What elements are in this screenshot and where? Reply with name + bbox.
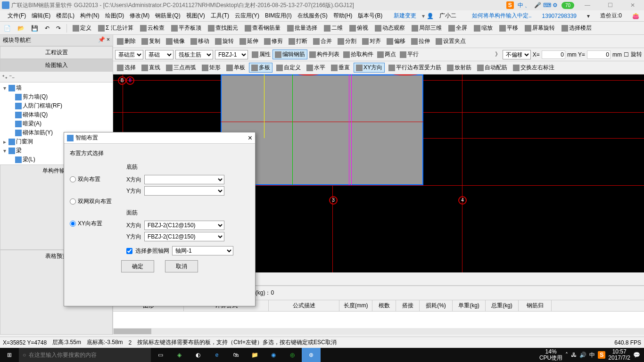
user-name[interactable]: 广小二 — [437, 12, 459, 20]
folder-icon[interactable]: 📁 — [245, 348, 264, 362]
close-button[interactable]: ✕ — [623, 2, 642, 8]
draw-button[interactable]: 三点画弧 — [164, 63, 198, 73]
dialog-close[interactable]: × — [248, 134, 252, 142]
browser-icon[interactable]: ◉ — [264, 348, 283, 362]
windows-taskbar[interactable]: ⊞ ○ 在这里输入你要搜索的内容 ▭ ◈ ◐ e 🛍 📁 ◉ ◎ ⊕ 14% C… — [0, 348, 644, 362]
column-header[interactable]: 钢筋归 — [519, 300, 552, 311]
beans-icon[interactable]: 👛 — [629, 13, 642, 19]
column-header[interactable]: 公式描述 — [269, 300, 339, 311]
rotate-label[interactable]: 旋转 — [631, 50, 642, 58]
draw-button[interactable]: 矩形 — [200, 63, 223, 73]
menu-item[interactable]: 文件(F) — [5, 12, 29, 19]
edit-button[interactable]: 延伸 — [238, 36, 260, 46]
context-button[interactable]: 编辑钢筋 — [272, 49, 307, 59]
edit-button[interactable]: 修剪 — [262, 36, 285, 46]
network-icon[interactable]: 🖧 — [571, 352, 577, 358]
toolbar-button[interactable]: 查找图元 — [206, 23, 240, 33]
toolbar-button[interactable]: 缩放 — [472, 23, 495, 33]
context-button[interactable]: 属性 — [250, 49, 272, 59]
context-button[interactable]: 平行 — [398, 49, 421, 59]
toolbar-button[interactable]: 定义 — [71, 23, 93, 33]
category-select[interactable]: 基础 — [145, 50, 173, 59]
edit-button[interactable]: 拉伸 — [409, 36, 432, 46]
tree-node[interactable]: ▾墙 — [1, 83, 112, 92]
radio-double-net[interactable] — [70, 198, 76, 205]
toolbar-icon[interactable]: ↶ — [43, 24, 51, 33]
tree-node[interactable]: 人防门框墙(RF) — [1, 101, 112, 110]
edit-button[interactable]: 旋转 — [213, 36, 236, 46]
edit-button[interactable]: 删除 — [115, 36, 138, 46]
draw-button[interactable]: 多板 — [249, 63, 272, 73]
ime-tray-icon[interactable]: 中 — [589, 351, 595, 359]
tab-project-settings[interactable]: 工程设置 — [0, 46, 113, 59]
chrome-icon[interactable]: ◐ — [189, 348, 207, 362]
search-box[interactable]: ○ 在这里输入你要搜索的内容 — [19, 348, 151, 362]
toolbar-button[interactable]: 云检查 — [138, 23, 166, 33]
edit-button[interactable]: 合并 — [311, 36, 334, 46]
draw-button[interactable]: 自定义 — [274, 63, 303, 73]
tree-node[interactable]: 剪力墙(Q) — [1, 92, 112, 101]
start-button[interactable]: ⊞ — [0, 348, 19, 362]
top-y-select[interactable]: FBZJ-2(C12@150) — [144, 232, 224, 241]
toolbar-button[interactable]: 局部三维 — [410, 23, 444, 33]
context-button[interactable]: 拾取构件 — [341, 49, 375, 59]
ok-button[interactable]: 确定 — [121, 260, 154, 272]
toolbar-icon[interactable]: 💾 — [29, 24, 40, 33]
x-input[interactable] — [542, 50, 565, 59]
cancel-button[interactable]: 取消 — [165, 260, 198, 272]
edit-button[interactable]: 对齐 — [360, 36, 383, 46]
top-x-select[interactable]: FBZJ-2(C12@150) — [144, 221, 224, 230]
bottom-y-select[interactable] — [144, 186, 224, 196]
radio-bidirectional[interactable] — [70, 176, 76, 182]
toolbar-button[interactable]: 查看钢筋量 — [243, 23, 282, 33]
menu-item[interactable]: 工具(T) — [208, 12, 232, 19]
edit-button[interactable]: 设置夹点 — [434, 36, 468, 46]
menu-item[interactable]: 编辑(E) — [29, 12, 53, 19]
edit-button[interactable]: 分割 — [336, 36, 358, 46]
draw-button[interactable]: 水平 — [305, 63, 327, 73]
floor-select[interactable]: 基础层 — [115, 50, 143, 59]
offset-select[interactable]: 不偏移 — [503, 50, 531, 59]
draw-button[interactable]: 直线 — [140, 63, 162, 73]
toolbar-icon[interactable]: ↷ — [54, 24, 63, 33]
tree-node[interactable]: 暗梁(A) — [1, 119, 112, 128]
maximize-button[interactable]: ☐ — [601, 2, 619, 8]
column-header[interactable]: 单重(kg) — [453, 300, 486, 311]
menu-item[interactable]: 帮助(H) — [330, 12, 355, 19]
app-icon-1[interactable]: ◎ — [283, 348, 302, 362]
pin-icon[interactable]: 📌 × — [98, 36, 110, 44]
edit-button[interactable]: 偏移 — [385, 36, 407, 46]
ime-tray-badge[interactable]: S — [598, 351, 605, 359]
toolbar-button[interactable]: 俯视 — [347, 23, 370, 33]
context-button[interactable]: 构件列表 — [307, 49, 341, 59]
ref-grid-select[interactable]: 轴网-1 — [172, 246, 233, 255]
help-hint[interactable]: 如何将单构件输入中定.. — [469, 12, 535, 20]
edit-button[interactable]: 镜像 — [164, 36, 187, 46]
component-select[interactable]: FBZJ-1 — [215, 50, 248, 59]
menu-item[interactable]: 版本号(B) — [355, 12, 385, 19]
draw-button[interactable]: 平行边布置受力筋 — [387, 63, 443, 73]
menu-item[interactable]: 视图(V) — [183, 12, 208, 19]
notification-icon[interactable]: 💬 — [633, 352, 640, 358]
menu-item[interactable]: 钢筋量(Q) — [152, 12, 183, 19]
tab-drawing-input[interactable]: 绘图输入 — [0, 59, 113, 72]
volume-icon[interactable]: 🔊 — [579, 352, 586, 358]
menu-item[interactable]: BIM应用(I) — [262, 12, 295, 19]
app-icon-2[interactable]: ⊕ — [302, 348, 321, 362]
ref-grid-checkbox[interactable] — [126, 248, 132, 254]
toolbar-button[interactable]: 批量选择 — [285, 23, 319, 33]
toolbar-button[interactable]: 屏幕旋转 — [523, 23, 557, 33]
minimize-button[interactable]: — — [578, 2, 597, 8]
column-header[interactable]: 长度(mm) — [339, 300, 372, 311]
column-header[interactable]: 损耗(%) — [420, 300, 453, 311]
menu-item[interactable]: 云应用(Y) — [232, 12, 262, 19]
task-view-icon[interactable]: ▭ — [151, 348, 170, 362]
column-header[interactable]: 搭接 — [396, 300, 420, 311]
draw-button[interactable]: XY方向 — [354, 63, 385, 73]
menu-item[interactable]: 修改(M) — [127, 12, 152, 19]
edit-button[interactable]: 打断 — [287, 36, 309, 46]
draw-button[interactable]: 交换左右标注 — [511, 63, 556, 73]
toolbar-button[interactable]: Σ 汇总计算 — [96, 23, 135, 33]
draw-button[interactable]: 自动配筋 — [475, 63, 509, 73]
menu-item[interactable]: 绘图(D) — [102, 12, 127, 19]
